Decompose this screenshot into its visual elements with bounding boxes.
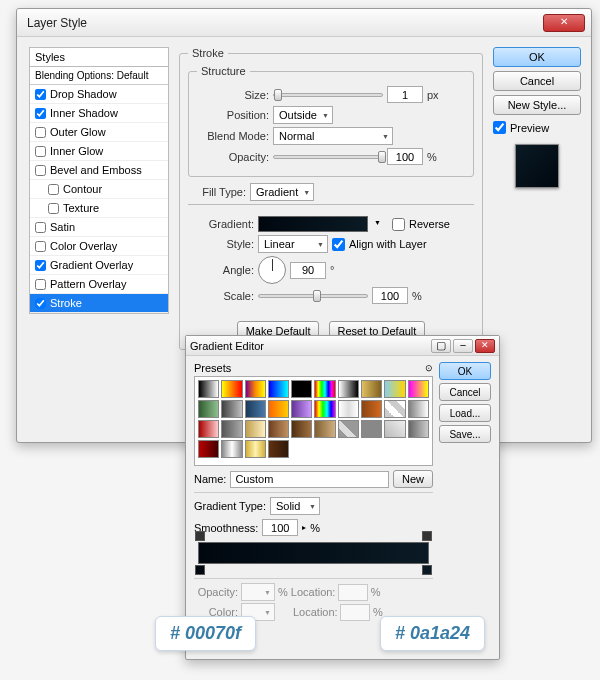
- opacity-stop-right[interactable]: [422, 531, 432, 541]
- presets-menu-icon[interactable]: ⊙: [425, 363, 433, 373]
- preset-swatch[interactable]: [198, 380, 219, 398]
- close-icon[interactable]: ✕: [543, 14, 585, 32]
- preset-swatch[interactable]: [291, 400, 312, 418]
- smooth-input[interactable]: [262, 519, 298, 536]
- new-style-button[interactable]: New Style...: [493, 95, 581, 115]
- preset-swatch[interactable]: [245, 440, 266, 458]
- ge-window-icon[interactable]: ▢: [431, 339, 451, 353]
- style-row-pattern-overlay[interactable]: Pattern Overlay: [30, 275, 168, 294]
- preset-swatch[interactable]: [198, 400, 219, 418]
- style-checkbox[interactable]: [35, 127, 46, 138]
- preset-swatch[interactable]: [408, 380, 429, 398]
- reverse-checkbox[interactable]: [392, 218, 405, 231]
- ge-save-button[interactable]: Save...: [439, 425, 491, 443]
- preset-swatch[interactable]: [338, 400, 359, 418]
- new-gradient-button[interactable]: New: [393, 470, 433, 488]
- style-row-satin[interactable]: Satin: [30, 218, 168, 237]
- preset-swatch[interactable]: [314, 400, 335, 418]
- preset-swatch[interactable]: [268, 420, 289, 438]
- scale-input[interactable]: [372, 287, 408, 304]
- stop-opacity-dropdown[interactable]: [241, 583, 275, 601]
- filltype-dropdown[interactable]: Gradient: [250, 183, 314, 201]
- style-checkbox[interactable]: [35, 279, 46, 290]
- preset-swatch[interactable]: [384, 380, 405, 398]
- name-input[interactable]: [230, 471, 389, 488]
- blending-options-row[interactable]: Blending Options: Default: [30, 67, 168, 85]
- position-dropdown[interactable]: Outside: [273, 106, 333, 124]
- size-input[interactable]: [387, 86, 423, 103]
- align-checkbox[interactable]: [332, 238, 345, 251]
- preset-swatch[interactable]: [198, 440, 219, 458]
- preset-swatch[interactable]: [384, 420, 405, 438]
- ge-titlebar[interactable]: Gradient Editor ▢ − ✕: [186, 336, 499, 356]
- color-stop-right[interactable]: [422, 565, 432, 575]
- style-row-contour[interactable]: Contour: [30, 180, 168, 199]
- style-checkbox[interactable]: [35, 165, 46, 176]
- style-row-outer-glow[interactable]: Outer Glow: [30, 123, 168, 142]
- preset-swatch[interactable]: [221, 380, 242, 398]
- style-row-texture[interactable]: Texture: [30, 199, 168, 218]
- preset-swatch[interactable]: [268, 380, 289, 398]
- preset-swatch[interactable]: [291, 420, 312, 438]
- style-checkbox[interactable]: [35, 222, 46, 233]
- preset-swatch[interactable]: [314, 380, 335, 398]
- style-checkbox[interactable]: [35, 89, 46, 100]
- style-row-inner-shadow[interactable]: Inner Shadow: [30, 104, 168, 123]
- style-checkbox[interactable]: [35, 241, 46, 252]
- blendmode-dropdown[interactable]: Normal: [273, 127, 393, 145]
- preset-swatch[interactable]: [361, 380, 382, 398]
- preview-checkbox[interactable]: [493, 121, 506, 134]
- titlebar[interactable]: Layer Style ✕: [17, 9, 591, 37]
- style-checkbox[interactable]: [35, 298, 46, 309]
- opacity-input[interactable]: [387, 148, 423, 165]
- opacity-stop-left[interactable]: [195, 531, 205, 541]
- preset-swatch[interactable]: [221, 440, 242, 458]
- style-checkbox[interactable]: [35, 260, 46, 271]
- preset-swatch[interactable]: [361, 400, 382, 418]
- style-row-color-overlay[interactable]: Color Overlay: [30, 237, 168, 256]
- stop-location2-input[interactable]: [340, 604, 370, 621]
- preset-swatch[interactable]: [221, 420, 242, 438]
- minimize-icon[interactable]: −: [453, 339, 473, 353]
- preset-swatch[interactable]: [245, 400, 266, 418]
- angle-input[interactable]: [290, 262, 326, 279]
- preset-swatch[interactable]: [361, 420, 382, 438]
- style-checkbox[interactable]: [48, 184, 59, 195]
- ge-ok-button[interactable]: OK: [439, 362, 491, 380]
- ge-cancel-button[interactable]: Cancel: [439, 383, 491, 401]
- styles-header[interactable]: Styles: [29, 47, 169, 67]
- preset-swatch[interactable]: [221, 400, 242, 418]
- style-checkbox[interactable]: [35, 146, 46, 157]
- preset-swatch[interactable]: [291, 380, 312, 398]
- preset-swatch[interactable]: [384, 400, 405, 418]
- preset-swatch[interactable]: [408, 400, 429, 418]
- style-row-gradient-overlay[interactable]: Gradient Overlay: [30, 256, 168, 275]
- cancel-button[interactable]: Cancel: [493, 71, 581, 91]
- angle-dial[interactable]: [258, 256, 286, 284]
- style-row-bevel-and-emboss[interactable]: Bevel and Emboss: [30, 161, 168, 180]
- style-row-drop-shadow[interactable]: Drop Shadow: [30, 85, 168, 104]
- opacity-slider[interactable]: [273, 155, 383, 159]
- preset-swatch[interactable]: [268, 400, 289, 418]
- color-stop-left[interactable]: [195, 565, 205, 575]
- style-checkbox[interactable]: [35, 108, 46, 119]
- preset-swatch[interactable]: [268, 440, 289, 458]
- ge-load-button[interactable]: Load...: [439, 404, 491, 422]
- preset-swatch[interactable]: [245, 380, 266, 398]
- gradient-preview[interactable]: [258, 216, 368, 232]
- gtype-dropdown[interactable]: Solid: [270, 497, 320, 515]
- style-row-inner-glow[interactable]: Inner Glow: [30, 142, 168, 161]
- preset-swatch[interactable]: [338, 380, 359, 398]
- preset-swatch[interactable]: [198, 420, 219, 438]
- gradient-bar[interactable]: [198, 542, 429, 564]
- scale-slider[interactable]: [258, 294, 368, 298]
- stop-location-input[interactable]: [338, 584, 368, 601]
- style-row-stroke[interactable]: Stroke: [30, 294, 168, 313]
- size-slider[interactable]: [273, 93, 383, 97]
- ok-button[interactable]: OK: [493, 47, 581, 67]
- preset-swatch[interactable]: [408, 420, 429, 438]
- ge-close-icon[interactable]: ✕: [475, 339, 495, 353]
- gstyle-dropdown[interactable]: Linear: [258, 235, 328, 253]
- preset-swatch[interactable]: [245, 420, 266, 438]
- style-checkbox[interactable]: [48, 203, 59, 214]
